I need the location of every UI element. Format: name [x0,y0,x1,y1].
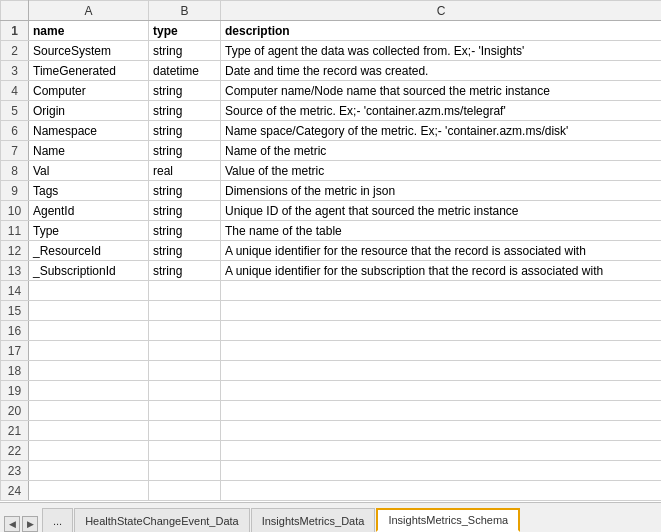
cell-c[interactable] [221,341,662,361]
cell-a[interactable]: Namespace [29,121,149,141]
row-number: 11 [1,221,29,241]
data-table: A B C 1nametypedescription2SourceSystems… [0,0,661,501]
cell-b[interactable] [149,421,221,441]
cell-a[interactable] [29,381,149,401]
cell-b[interactable]: string [149,41,221,61]
cell-c[interactable]: Type of agent the data was collected fro… [221,41,662,61]
cell-a[interactable]: Computer [29,81,149,101]
cell-a[interactable] [29,481,149,501]
cell-a[interactable] [29,361,149,381]
cell-c[interactable]: Date and time the record was created. [221,61,662,81]
cell-a[interactable] [29,321,149,341]
sheet-tab-tab2[interactable]: InsightsMetrics_Data [251,508,376,532]
cell-b[interactable] [149,381,221,401]
table-row: 8ValrealValue of the metric [1,161,662,181]
cell-c[interactable] [221,401,662,421]
cell-b[interactable] [149,401,221,421]
cell-b[interactable] [149,361,221,381]
sheet-tab-tab1[interactable]: HealthStateChangeEvent_Data [74,508,250,532]
cell-c[interactable]: Value of the metric [221,161,662,181]
cell-b[interactable]: type [149,21,221,41]
cell-a[interactable] [29,461,149,481]
cell-c[interactable]: Name of the metric [221,141,662,161]
cell-c[interactable] [221,461,662,481]
cell-b[interactable] [149,341,221,361]
cell-c[interactable]: Source of the metric. Ex;- 'container.az… [221,101,662,121]
cell-c[interactable]: A unique identifier for the subscription… [221,261,662,281]
cell-a[interactable] [29,281,149,301]
cell-b[interactable]: string [149,241,221,261]
row-number: 24 [1,481,29,501]
cell-b[interactable] [149,281,221,301]
sheet-tab-ellipsis[interactable]: ... [42,508,73,532]
cell-b[interactable]: real [149,161,221,181]
table-row: 18 [1,361,662,381]
table-row: 12_ResourceIdstringA unique identifier f… [1,241,662,261]
row-number: 19 [1,381,29,401]
cell-c[interactable] [221,281,662,301]
col-header-c[interactable]: C [221,1,662,21]
cell-a[interactable]: name [29,21,149,41]
cell-c[interactable] [221,481,662,501]
cell-c[interactable] [221,421,662,441]
cell-b[interactable]: string [149,81,221,101]
cell-c[interactable]: A unique identifier for the resource tha… [221,241,662,261]
cell-a[interactable]: SourceSystem [29,41,149,61]
cell-a[interactable]: Val [29,161,149,181]
cell-c[interactable]: Name space/Category of the metric. Ex;- … [221,121,662,141]
cell-a[interactable] [29,421,149,441]
cell-c[interactable]: Computer name/Node name that sourced the… [221,81,662,101]
cell-a[interactable] [29,341,149,361]
cell-a[interactable] [29,401,149,421]
table-row: 15 [1,301,662,321]
cell-b[interactable]: string [149,101,221,121]
row-number: 9 [1,181,29,201]
cell-c[interactable]: Dimensions of the metric in json [221,181,662,201]
cell-c[interactable] [221,361,662,381]
cell-c[interactable]: description [221,21,662,41]
cell-b[interactable] [149,461,221,481]
cell-a[interactable]: _ResourceId [29,241,149,261]
cell-b[interactable]: string [149,201,221,221]
cell-a[interactable]: AgentId [29,201,149,221]
cell-c[interactable] [221,321,662,341]
cell-a[interactable]: Name [29,141,149,161]
cell-a[interactable]: Origin [29,101,149,121]
cell-b[interactable]: string [149,221,221,241]
table-row: 3TimeGenerateddatetimeDate and time the … [1,61,662,81]
col-header-b[interactable]: B [149,1,221,21]
table-row: 21 [1,421,662,441]
cell-c[interactable]: The name of the table [221,221,662,241]
tab-nav-right[interactable]: ▶ [22,516,38,532]
tab-nav-left[interactable]: ◀ [4,516,20,532]
cell-b[interactable] [149,481,221,501]
cell-c[interactable] [221,441,662,461]
table-row: 10AgentIdstringUnique ID of the agent th… [1,201,662,221]
cell-c[interactable]: Unique ID of the agent that sourced the … [221,201,662,221]
col-header-a[interactable]: A [29,1,149,21]
table-row: 4ComputerstringComputer name/Node name t… [1,81,662,101]
cell-b[interactable] [149,301,221,321]
cell-b[interactable]: string [149,141,221,161]
cell-b[interactable] [149,321,221,341]
cell-a[interactable] [29,441,149,461]
cell-c[interactable] [221,301,662,321]
cell-b[interactable]: string [149,261,221,281]
cell-a[interactable]: TimeGenerated [29,61,149,81]
cell-b[interactable]: string [149,121,221,141]
cell-b[interactable] [149,441,221,461]
row-number: 22 [1,441,29,461]
table-row: 1nametypedescription [1,21,662,41]
row-number: 23 [1,461,29,481]
cell-c[interactable] [221,381,662,401]
cell-b[interactable]: string [149,181,221,201]
sheet-tab-tab3[interactable]: InsightsMetrics_Schema [376,508,520,532]
table-row: 2SourceSystemstringType of agent the dat… [1,41,662,61]
cell-a[interactable]: _SubscriptionId [29,261,149,281]
cell-a[interactable]: Type [29,221,149,241]
cell-b[interactable]: datetime [149,61,221,81]
table-row: 24 [1,481,662,501]
cell-a[interactable] [29,301,149,321]
cell-a[interactable]: Tags [29,181,149,201]
sheet-tabs-bar: ◀ ▶ ...HealthStateChangeEvent_DataInsigh… [0,502,661,532]
